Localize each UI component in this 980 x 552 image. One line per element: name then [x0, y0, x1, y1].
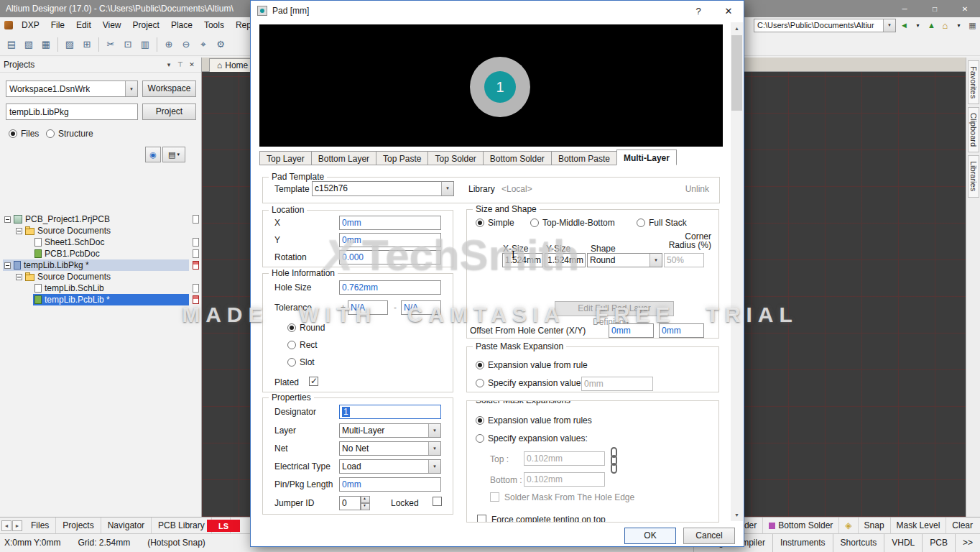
- scroll-up-icon[interactable]: [731, 22, 743, 34]
- panel-close-icon[interactable]: ✕: [186, 61, 198, 68]
- overflow-chevrons[interactable]: >>: [955, 534, 980, 552]
- tab-navigator[interactable]: Navigator: [101, 518, 152, 533]
- electrical-type-combo[interactable]: Load: [339, 459, 441, 474]
- clear-button[interactable]: Clear: [946, 518, 979, 533]
- workspace-button[interactable]: Workspace: [142, 80, 196, 97]
- paste-rule-radio[interactable]: Expansion value from rule: [476, 360, 588, 370]
- plated-checkbox[interactable]: [309, 377, 318, 386]
- zoom-fit-icon[interactable]: ⌖: [195, 37, 211, 52]
- solder-rule-radio[interactable]: Expansion value from rules: [476, 415, 592, 426]
- hole-round-radio[interactable]: Round: [287, 323, 325, 333]
- menu-file[interactable]: File: [45, 17, 70, 33]
- corner-radius-field[interactable]: 50%: [664, 253, 704, 267]
- menu-tools[interactable]: Tools: [198, 17, 230, 33]
- tree-row[interactable]: tempLib.SchLib: [0, 282, 202, 294]
- dialog-help-button[interactable]: ?: [683, 1, 713, 21]
- simple-radio[interactable]: Simple: [476, 218, 514, 228]
- up-icon[interactable]: ▲: [926, 19, 937, 32]
- hole-slot-radio[interactable]: Slot: [287, 357, 315, 367]
- pcb-button[interactable]: PCB: [922, 534, 955, 552]
- scroll-down-icon[interactable]: [731, 509, 743, 521]
- y-field[interactable]: 0mm: [339, 233, 441, 247]
- offset-y-field[interactable]: 0mm: [659, 323, 704, 338]
- menu-project[interactable]: Project: [127, 17, 165, 33]
- layer-combo[interactable]: Multi-Layer: [339, 423, 441, 438]
- pin-icon[interactable]: ⊤: [175, 61, 186, 68]
- print-icon[interactable]: ▨: [62, 37, 78, 52]
- tolerance-minus-field[interactable]: N/A: [401, 300, 441, 315]
- back-icon[interactable]: ◄: [899, 19, 910, 32]
- tolerance-plus-field[interactable]: N/A: [348, 300, 388, 315]
- layer-tab-bottom-solder[interactable]: Bottom Solder: [762, 518, 838, 533]
- ok-button[interactable]: OK: [624, 528, 676, 544]
- solder-top-field[interactable]: 0.102mm: [524, 451, 605, 466]
- instruments-button[interactable]: Instruments: [772, 534, 833, 552]
- menu-view[interactable]: View: [97, 17, 127, 33]
- jumper-id-field[interactable]: 0: [339, 496, 361, 510]
- home-icon[interactable]: ⌂: [940, 19, 951, 32]
- full-stack-radio[interactable]: Full Stack: [637, 218, 687, 228]
- tab-favorites[interactable]: Favorites: [968, 60, 979, 104]
- top-middle-bottom-radio[interactable]: Top-Middle-Bottom: [530, 218, 615, 228]
- close-button[interactable]: ✕: [950, 0, 980, 17]
- tab-top-solder[interactable]: Top Solder: [427, 151, 483, 165]
- tree-row[interactable]: Sheet1.SchDoc: [0, 236, 202, 248]
- project-button[interactable]: Project: [142, 104, 196, 120]
- tab-home[interactable]: ⌂ Home: [209, 58, 256, 72]
- tree-row[interactable]: tempLib.LibPkg *: [0, 259, 202, 271]
- paste-icon[interactable]: ▥: [137, 37, 153, 52]
- tree-collapse-icon[interactable]: [4, 262, 11, 269]
- solder-specify-radio[interactable]: Specify expansion values:: [476, 433, 588, 443]
- designator-field[interactable]: 1: [339, 405, 441, 419]
- tenting-checkbox[interactable]: [477, 515, 486, 523]
- tab-clipboard[interactable]: Clipboard: [968, 107, 979, 152]
- y-size-field[interactable]: 1.524mm: [545, 253, 586, 267]
- workspace-combo[interactable]: Workspace1.DsnWrk: [6, 80, 138, 97]
- panel-menu-icon[interactable]: ▾: [163, 61, 175, 68]
- minimize-button[interactable]: ─: [889, 0, 920, 17]
- paste-expansion-field[interactable]: 0mm: [581, 377, 653, 391]
- tree-collapse-icon[interactable]: [16, 228, 22, 234]
- layer-sets-badge[interactable]: LS: [207, 520, 240, 532]
- tab-bottom-solder[interactable]: Bottom Solder: [483, 151, 552, 165]
- stepper-down-icon[interactable]: [361, 503, 370, 510]
- tab-files[interactable]: Files: [24, 518, 56, 533]
- tree-row[interactable]: Source Documents: [0, 225, 202, 236]
- new-document-icon[interactable]: ▤: [4, 37, 19, 52]
- chevron-down-icon[interactable]: [883, 19, 895, 32]
- tab-top-layer[interactable]: Top Layer: [259, 151, 312, 165]
- zoom-out-icon[interactable]: ⊖: [178, 37, 194, 52]
- files-radio[interactable]: Files: [9, 129, 39, 139]
- tree-row[interactable]: Source Documents: [0, 271, 202, 282]
- vhdl-button[interactable]: VHDL: [884, 534, 922, 552]
- tab-bottom-paste[interactable]: Bottom Paste: [551, 151, 617, 165]
- scrollbar-thumb[interactable]: [731, 35, 742, 111]
- settings-icon[interactable]: ⚙: [213, 37, 228, 52]
- chevron-down-icon[interactable]: [650, 254, 662, 267]
- locked-checkbox[interactable]: [433, 497, 442, 506]
- address-combo[interactable]: C:\Users\Public\Documents\Altiur: [754, 19, 896, 32]
- chevron-down-icon[interactable]: [125, 81, 137, 96]
- snap-indicator-icon[interactable]: ◈: [838, 518, 857, 533]
- open-icon[interactable]: ▧: [21, 37, 37, 52]
- solder-hole-edge-checkbox[interactable]: [490, 492, 499, 502]
- x-field[interactable]: 0mm: [339, 216, 441, 230]
- tab-projects[interactable]: Projects: [56, 518, 101, 533]
- jumper-id-stepper[interactable]: [361, 496, 370, 510]
- scroll-left-icon[interactable]: ◄: [1, 520, 11, 531]
- panel-options-button[interactable]: ▤▾: [162, 147, 185, 162]
- tab-libraries[interactable]: Libraries: [968, 155, 979, 197]
- solder-bottom-field[interactable]: 0.102mm: [524, 472, 605, 487]
- mask-level-button[interactable]: Mask Level: [890, 518, 946, 533]
- menu-place[interactable]: Place: [165, 17, 198, 33]
- link-values-icon[interactable]: [611, 447, 617, 474]
- paste-specify-radio[interactable]: Specify expansion value: [476, 378, 581, 388]
- offset-x-field[interactable]: 0mm: [609, 323, 654, 338]
- tree-collapse-icon[interactable]: [4, 216, 11, 223]
- tab-bottom-layer[interactable]: Bottom Layer: [311, 151, 376, 165]
- cut-icon[interactable]: ✂: [103, 37, 119, 52]
- unlink-button[interactable]: Unlink: [685, 184, 709, 194]
- scroll-right-icon[interactable]: ►: [12, 520, 22, 531]
- maximize-button[interactable]: □: [920, 0, 950, 17]
- tree-row[interactable]: PCB1.PcbDoc: [0, 248, 202, 259]
